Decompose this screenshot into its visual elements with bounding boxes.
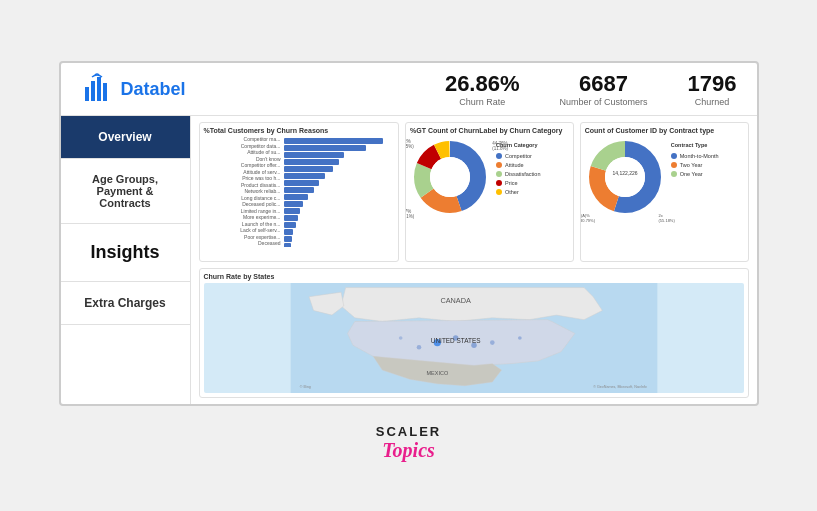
dashboard-area: %Total Customers by Churn Reasons Compet… [191,116,757,404]
bar-chart-container: Competitor ma... Competitor data... Atti… [204,137,395,247]
legend-dissatisfaction-label: Dissatisfaction [505,171,540,177]
ring-legend-mtm: Month-to-Month [671,153,719,159]
donut-chart-box: %GT Count of ChurnLabel by Churn Categor… [405,122,574,262]
svg-point-22 [398,336,402,340]
donut-area: 18.2%(11.5%) 45.17%(28.61%) 44.76%(11.8%… [410,137,569,247]
ring-legend-oneyear-label: One Year [680,171,703,177]
bar-chart-bars [284,137,395,247]
ring-legend-twoyear-label: Two Year [680,162,703,168]
map-svg: CANADA UNITED STATES MEXICO © Bing © Geo… [204,283,744,393]
legend-attitude-dot [496,162,502,168]
legend-dissatisfaction: Dissatisfaction [496,171,540,177]
ring-legend-title: Contract Type [671,142,719,148]
sidebar-item-insights[interactable]: Insights [61,224,190,282]
donut-note-right: 44.76%(11.8%) [492,141,508,151]
bar-chart-box: %Total Customers by Churn Reasons Compet… [199,122,400,262]
legend-competitor-label: Competitor [505,153,532,159]
ring-legend-oneyear-dot [671,171,677,177]
donut-note-bottom: 45.17%(28.61%) [405,209,414,219]
ring-chart-box: Count of Customer ID by Contract type [580,122,749,262]
bar-label-10: Deceased polic... [204,202,281,208]
legend-dissatisfaction-dot [496,171,502,177]
svg-point-21 [518,336,522,340]
ring-svg: 14,122,226 [585,137,665,217]
kpi-churn-rate: 26.86% Churn Rate [445,71,520,107]
svg-point-9 [430,157,470,197]
donut-chart-title: %GT Count of ChurnLabel by Churn Categor… [410,127,569,134]
svg-text:UNITED STATES: UNITED STATES [430,337,480,344]
legend-price-label: Price [505,180,518,186]
svg-rect-3 [103,83,107,101]
legend-price-dot [496,180,502,186]
header: Databel 26.86% Churn Rate 6687 Number of… [61,63,757,116]
legend-other-label: Other [505,189,519,195]
ring-legend: Contract Type Month-to-Month Two Year [671,137,719,177]
map-box: Churn Rate by States [199,268,749,398]
svg-text:CANADA: CANADA [440,296,471,305]
ring-chart-title: Count of Customer ID by Contract type [585,127,744,134]
sidebar-item-age-groups[interactable]: Age Groups, Payment & Contracts [61,159,190,224]
kpi-churn-rate-label: Churn Rate [445,97,520,107]
legend-competitor: Competitor [496,153,540,159]
svg-text:MEXICO: MEXICO [426,370,448,376]
svg-point-19 [490,340,495,345]
ring-legend-mtm-dot [671,153,677,159]
kpi-churned-label: Churned [688,97,737,107]
brand-topics-text: Topics [376,439,441,462]
legend-attitude: Attitude [496,162,540,168]
kpi-churn-rate-value: 26.86% [445,71,520,97]
bar-chart-title: %Total Customers by Churn Reasons [204,127,395,134]
sidebar-item-extra-charges[interactable]: Extra Charges [61,282,190,325]
donut-note-left: 18.2%(11.5%) [405,139,414,149]
logo-text: Databel [121,79,186,100]
svg-point-13 [605,157,645,197]
bar-labels: Competitor ma... Competitor data... Atti… [204,137,284,247]
legend-competitor-dot [496,153,502,159]
svg-point-20 [416,345,421,350]
branding: SCALER Topics [376,416,441,470]
svg-text:14,122,226: 14,122,226 [612,170,637,176]
main-content: Overview Age Groups, Payment & Contracts… [61,116,757,404]
brand-scaler-text: SCALER [376,424,441,439]
charts-row: %Total Customers by Churn Reasons Compet… [199,122,749,262]
map-title: Churn Rate by States [204,273,744,280]
sidebar-item-overview[interactable]: Overview [61,116,190,159]
legend-price: Price [496,180,540,186]
svg-rect-0 [85,87,89,101]
legend-other-dot [496,189,502,195]
kpi-group: 26.86% Churn Rate 6687 Number of Custome… [445,71,737,107]
bar-label-16: Deceased [204,241,281,247]
sidebar: Overview Age Groups, Payment & Contracts… [61,116,191,404]
svg-text:© GeoNames, Microsoft, NavInfo: © GeoNames, Microsoft, NavInfo [593,385,647,389]
svg-rect-1 [91,81,95,101]
svg-rect-2 [97,77,101,101]
bar-label-6: Price was too h... [204,176,281,182]
dashboard-container: Databel 26.86% Churn Rate 6687 Number of… [59,61,759,406]
ring-legend-mtm-label: Month-to-Month [680,153,719,159]
kpi-num-customers-value: 6687 [560,71,648,97]
bar-label-12: More experime... [204,215,281,221]
kpi-churned-value: 1796 [688,71,737,97]
logo-area: Databel [81,73,186,105]
kpi-num-customers: 6687 Number of Customers [560,71,648,107]
ring-legend-oneyear: One Year [671,171,719,177]
ring-left-note: 5(A)%(30.79%) [580,213,595,223]
kpi-churned: 1796 Churned [688,71,737,107]
bar-label-8: Network reliab... [204,189,281,195]
kpi-num-customers-label: Number of Customers [560,97,648,107]
legend-attitude-label: Attitude [505,162,524,168]
donut-svg [410,137,490,217]
svg-text:© Bing: © Bing [299,385,310,389]
ring-legend-twoyear-dot [671,162,677,168]
databel-logo-icon [81,73,113,105]
ring-area: 14,122,226 5(A)%(30.79%) 2x(55.18%) Cont… [585,137,744,247]
ring-right-note: 2x(55.18%) [659,213,675,223]
bar-label-14: Lack of self-serv... [204,228,281,234]
ring-legend-twoyear: Two Year [671,162,719,168]
map-area: CANADA UNITED STATES MEXICO © Bing © Geo… [204,283,744,393]
legend-other: Other [496,189,540,195]
